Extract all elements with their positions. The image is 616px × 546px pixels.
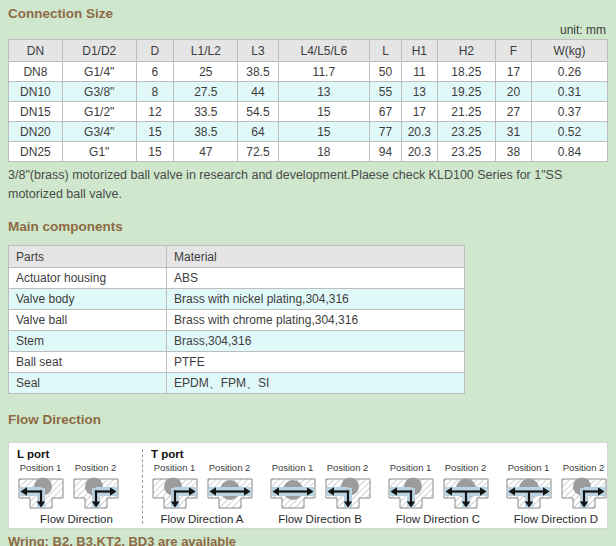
- main-components-title: Main components: [8, 219, 608, 235]
- positions-row: Position 1Position 2: [151, 462, 253, 511]
- table-cell: G3/4": [62, 122, 136, 142]
- table-cell: 11.7: [278, 62, 370, 82]
- column-header: F: [495, 40, 531, 62]
- table-row: DN15G1/2"1233.554.515671721.25270.37: [9, 102, 608, 122]
- table-cell: Brass,304,316: [167, 331, 465, 352]
- valve-diagram-block: Position 2: [72, 462, 119, 511]
- table-cell: 0.26: [531, 62, 607, 82]
- column-header: H1: [401, 40, 437, 62]
- spec-page: Connection Size unit: mm DND1/D2DL1/L2L3…: [0, 0, 616, 546]
- table-cell: G1": [62, 142, 136, 162]
- valve-diagram-block: Position 1: [151, 462, 198, 511]
- table-cell: 20.3: [401, 142, 437, 162]
- table-cell: 47: [174, 142, 238, 162]
- table-cell: Valve ball: [9, 310, 167, 331]
- table-cell: DN15: [9, 102, 63, 122]
- table-row: Actuator housingABS: [9, 268, 465, 289]
- table-row: DN20G3/4"1538.564157720.323.25310.52: [9, 122, 608, 142]
- table-cell: 15: [278, 122, 370, 142]
- table-cell: 20.3: [401, 122, 437, 142]
- table-cell: 33.5: [174, 102, 238, 122]
- positions-row: Position 1Position 2: [269, 462, 371, 511]
- table-cell: 38.5: [174, 122, 238, 142]
- position-label: Position 1: [508, 462, 550, 474]
- column-header: L: [370, 40, 402, 62]
- l-port-group: Position 1Position 2Flow Direction: [17, 462, 136, 525]
- t-port-groups: Position 1Position 2Flow Direction APosi…: [151, 462, 607, 525]
- flow-direction-caption: Flow Direction: [17, 513, 136, 525]
- positions-row: Position 1Position 2: [17, 462, 136, 511]
- valve-elbow-right-down-icon: [561, 475, 607, 511]
- table-cell: 55: [370, 82, 402, 102]
- flow-direction-caption: Flow Direction B: [269, 513, 371, 525]
- table-cell: 0.37: [531, 102, 607, 122]
- table-cell: ABS: [167, 268, 465, 289]
- flow-direction-panel: L port Position 1Position 2Flow Directio…: [8, 442, 608, 529]
- valve-straight-left-right-icon: [270, 475, 316, 511]
- position-label: Position 1: [390, 462, 432, 474]
- table-cell: 27: [495, 102, 531, 122]
- column-header: Parts: [9, 246, 167, 268]
- table-cell: 15: [136, 122, 174, 142]
- development-note: 3/8"(brass) motorized ball valve in rese…: [8, 166, 610, 204]
- table-cell: 12: [136, 102, 174, 122]
- column-header: H2: [437, 40, 495, 62]
- table-cell: 19.25: [437, 82, 495, 102]
- position-label: Position 2: [327, 462, 369, 474]
- column-header: L1/L2: [174, 40, 238, 62]
- wiring-note: Wring: B2, B3,KT2, BD3 are available: [8, 534, 608, 546]
- table-cell: 25: [174, 62, 238, 82]
- table-cell: 8: [136, 82, 174, 102]
- flow-direction-caption: Flow Direction C: [387, 513, 489, 525]
- table-cell: 6: [136, 62, 174, 82]
- table-cell: 20: [495, 82, 531, 102]
- position-label: Position 1: [272, 462, 314, 474]
- port-section-divider: [142, 449, 143, 524]
- table-cell: 38: [495, 142, 531, 162]
- table-cell: G1/4": [62, 62, 136, 82]
- table-cell: 17: [495, 62, 531, 82]
- position-label: Position 1: [154, 462, 196, 474]
- table-cell: 50: [370, 62, 402, 82]
- table-cell: 15: [278, 102, 370, 122]
- table-cell: 21.25: [437, 102, 495, 122]
- column-header: DN: [9, 40, 63, 62]
- table-cell: PTFE: [167, 352, 465, 373]
- table-row: DN8G1/4"62538.511.7501118.25170.26: [9, 62, 608, 82]
- valve-diagram-block: Position 1: [505, 462, 552, 511]
- table-cell: 44: [238, 82, 278, 102]
- table-row: SealEPDM、FPM、SI: [9, 373, 465, 394]
- table-cell: 27.5: [174, 82, 238, 102]
- t-port-label: T port: [151, 447, 607, 461]
- table-cell: 18.25: [437, 62, 495, 82]
- table-header-row: PartsMaterial: [9, 246, 465, 268]
- valve-diagram-block: Position 1: [17, 462, 64, 511]
- table-cell: 72.5: [238, 142, 278, 162]
- table-cell: Brass with nickel plating,304,316: [167, 289, 465, 310]
- table-cell: G3/8": [62, 82, 136, 102]
- table-cell: Valve body: [9, 289, 167, 310]
- valve-tee-left-right-down-icon: [506, 475, 552, 511]
- table-cell: 11: [401, 62, 437, 82]
- table-row: Valve ballBrass with chrome plating,304,…: [9, 310, 465, 331]
- unit-label: unit: mm: [8, 23, 606, 37]
- column-header: W(kg): [531, 40, 607, 62]
- table-cell: 0.31: [531, 82, 607, 102]
- t-port-section: T port Position 1Position 2Flow Directio…: [151, 447, 607, 528]
- table-cell: 0.52: [531, 122, 607, 142]
- table-cell: 31: [495, 122, 531, 142]
- flow-direction-group: Position 1Position 2Flow Direction D: [505, 462, 607, 525]
- table-cell: 38.5: [238, 62, 278, 82]
- valve-diagram-block: Position 2: [442, 462, 489, 511]
- positions-row: Position 1Position 2: [505, 462, 607, 511]
- table-cell: Actuator housing: [9, 268, 167, 289]
- l-port-section: L port Position 1Position 2Flow Directio…: [17, 447, 136, 528]
- table-cell: 54.5: [238, 102, 278, 122]
- table-cell: DN20: [9, 122, 63, 142]
- connection-size-table: DND1/D2DL1/L2L3L4/L5/L6LH1H2FW(kg) DN8G1…: [8, 39, 608, 162]
- table-header-row: DND1/D2DL1/L2L3L4/L5/L6LH1H2FW(kg): [9, 40, 608, 62]
- valve-diagram-block: Position 1: [387, 462, 434, 511]
- valve-elbow-left-down-icon: [388, 475, 434, 511]
- table-cell: DN8: [9, 62, 63, 82]
- position-label: Position 2: [75, 462, 117, 474]
